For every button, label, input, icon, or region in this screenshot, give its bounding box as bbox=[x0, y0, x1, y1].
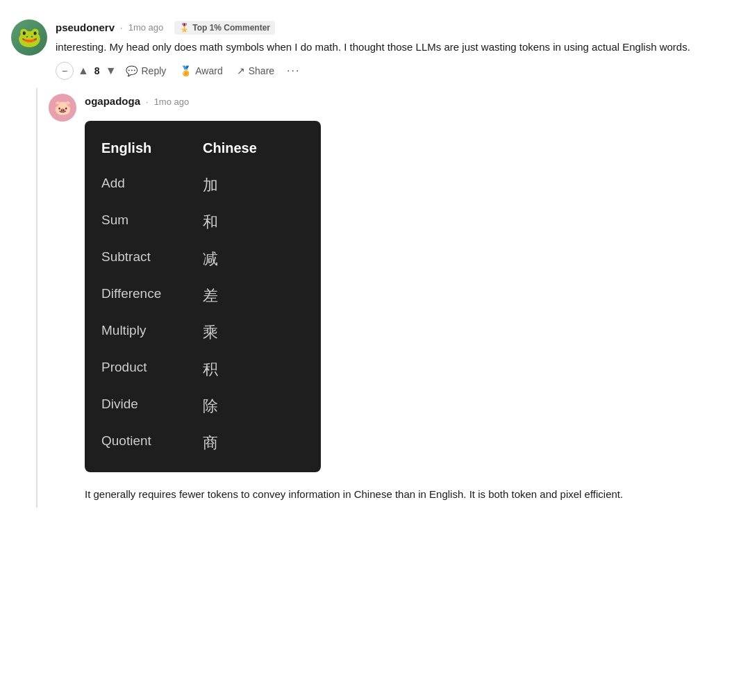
separator: · bbox=[120, 21, 123, 35]
reply-avatar: 🐷 bbox=[49, 94, 76, 122]
collapse-button[interactable]: − bbox=[56, 62, 74, 80]
table-cell-zh: 除 bbox=[203, 394, 304, 417]
reply-header: ogapadoga · 1mo ago bbox=[85, 94, 623, 110]
table-cell-en: Divide bbox=[101, 394, 203, 417]
reply-text: It generally requires fewer tokens to co… bbox=[85, 486, 623, 502]
table-row: Add加 bbox=[101, 167, 304, 203]
table-cell-zh: 和 bbox=[203, 210, 304, 233]
table-row: Multiply乘 bbox=[101, 314, 304, 351]
badge: 🎖️ Top 1% Commenter bbox=[174, 21, 275, 35]
avatar-wrapper: 🐸 bbox=[11, 19, 47, 56]
table-row: Subtract减 bbox=[101, 240, 304, 277]
timestamp: 1mo ago bbox=[128, 21, 164, 35]
reply-content: 🐷 ogapadoga · 1mo ago English Chinese Ad… bbox=[38, 88, 750, 508]
share-label: Share bbox=[249, 65, 274, 76]
username: pseudonerv bbox=[56, 20, 115, 36]
thread-container: 🐷 ogapadoga · 1mo ago English Chinese Ad… bbox=[0, 88, 750, 508]
header-english: English bbox=[101, 132, 203, 164]
table-row: Quotient商 bbox=[101, 424, 304, 461]
top-comment: 🐸 pseudonerv · 1mo ago 🎖️ Top 1% Comment… bbox=[0, 11, 750, 88]
avatar: 🐸 bbox=[11, 19, 47, 56]
reply-body: ogapadoga · 1mo ago English Chinese Add加… bbox=[85, 94, 623, 502]
downvote-button[interactable]: ▼ bbox=[104, 64, 118, 78]
table-row: Divide除 bbox=[101, 388, 304, 424]
reply-timestamp: 1mo ago bbox=[154, 95, 190, 109]
table-cell-en: Multiply bbox=[101, 321, 203, 344]
reply-icon: 💬 bbox=[126, 65, 138, 76]
share-icon: ↗ bbox=[237, 65, 245, 76]
more-button[interactable]: ··· bbox=[283, 62, 304, 80]
award-button[interactable]: 🏅 Award bbox=[174, 62, 228, 79]
reply-username: ogapadoga bbox=[85, 94, 140, 110]
table-cell-en: Add bbox=[101, 174, 203, 197]
table-cell-zh: 商 bbox=[203, 431, 304, 454]
table-cell-en: Difference bbox=[101, 284, 203, 307]
badge-label: Top 1% Commenter bbox=[192, 22, 270, 34]
table-cell-en: Quotient bbox=[101, 431, 203, 454]
table-cell-zh: 加 bbox=[203, 174, 304, 197]
table-cell-zh: 积 bbox=[203, 358, 304, 381]
table-cell-zh: 差 bbox=[203, 284, 304, 307]
badge-icon: 🎖️ bbox=[179, 22, 190, 34]
table-row: Sum和 bbox=[101, 203, 304, 240]
collapse-icon: − bbox=[62, 65, 67, 76]
reply-button[interactable]: 💬 Reply bbox=[120, 62, 172, 79]
reply-separator: · bbox=[146, 95, 149, 109]
table-cell-en: Sum bbox=[101, 210, 203, 233]
table-cell-zh: 乘 bbox=[203, 321, 304, 344]
vote-count: 8 bbox=[93, 64, 101, 78]
comment-text: interesting. My head only does math symb… bbox=[56, 39, 739, 55]
comment-body: pseudonerv · 1mo ago 🎖️ Top 1% Commenter… bbox=[56, 19, 739, 80]
table-header: English Chinese bbox=[101, 132, 304, 164]
comment-header: pseudonerv · 1mo ago 🎖️ Top 1% Commenter bbox=[56, 19, 739, 36]
upvote-button[interactable]: ▲ bbox=[76, 64, 90, 78]
reply-comment: 🐷 ogapadoga · 1mo ago English Chinese Ad… bbox=[49, 88, 750, 508]
header-chinese: Chinese bbox=[203, 132, 304, 164]
table-cell-en: Subtract bbox=[101, 247, 203, 270]
share-button[interactable]: ↗ Share bbox=[231, 62, 280, 79]
reply-label: Reply bbox=[141, 65, 166, 76]
award-label: Award bbox=[195, 65, 222, 76]
table-rows: Add加Sum和Subtract减Difference差Multiply乘Pro… bbox=[101, 167, 304, 461]
table-row: Difference差 bbox=[101, 277, 304, 314]
page-wrapper: 🐸 pseudonerv · 1mo ago 🎖️ Top 1% Comment… bbox=[0, 0, 750, 519]
award-icon: 🏅 bbox=[180, 65, 192, 76]
table-cell-zh: 减 bbox=[203, 247, 304, 270]
action-bar: − ▲ 8 ▼ 💬 Reply 🏅 Award ↗ Share ··· bbox=[56, 62, 739, 80]
table-row: Product积 bbox=[101, 351, 304, 388]
table-cell-en: Product bbox=[101, 358, 203, 381]
math-table: English Chinese Add加Sum和Subtract减Differe… bbox=[85, 121, 321, 472]
